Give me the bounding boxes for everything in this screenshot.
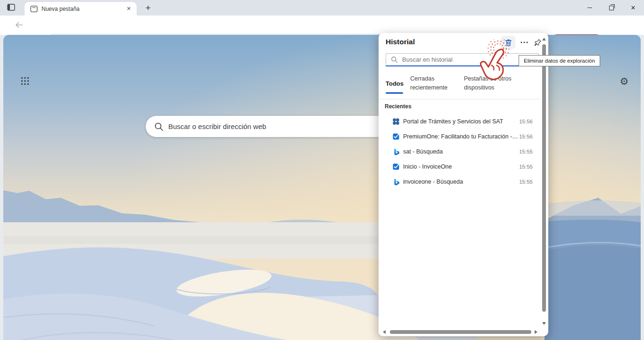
bing-icon <box>392 178 400 186</box>
history-tabs: Todos Cerradas recientemente Pestañas de… <box>386 73 537 97</box>
history-item-title: PremiumOne: Facilitando tu Facturación -… <box>403 133 519 140</box>
new-tab-page-icon <box>30 5 38 13</box>
panel-title: Historial <box>386 38 415 46</box>
history-item-time: 15:56 <box>519 134 533 139</box>
delete-history-button[interactable] <box>501 36 515 49</box>
section-label: Recientes <box>385 103 412 110</box>
vertical-scrollbar[interactable] <box>541 34 547 329</box>
history-search-input[interactable]: Buscar en historial <box>386 53 539 66</box>
page-search-placeholder: Buscar o escribir dirección web <box>168 122 266 130</box>
tab-pestanas-otros-dispositivos[interactable]: Pestañas de otros dispositivos <box>464 73 525 97</box>
toolbar: Buscar o escribir dirección web A <box>0 16 644 35</box>
grid-dots-glyph <box>20 76 30 86</box>
history-search-placeholder: Buscar en historial <box>402 56 453 63</box>
history-item-time: 15:55 <box>519 149 533 154</box>
history-item-title: invoiceone - Búsqueda <box>403 178 463 185</box>
scroll-left-arrow[interactable] <box>383 330 386 334</box>
minimize-button[interactable] <box>579 0 601 16</box>
checkbox-icon <box>392 133 400 140</box>
history-item-time: 15:56 <box>519 119 533 124</box>
browser-window: Nueva pestaña ✕ + ✕ <box>0 0 644 340</box>
scroll-down-arrow[interactable] <box>542 322 546 325</box>
history-item[interactable]: PremiumOne: Facilitando tu Facturación -… <box>379 129 541 144</box>
scroll-right-arrow[interactable] <box>535 330 537 334</box>
sat-grid-icon <box>392 118 400 125</box>
horizontal-scrollbar[interactable] <box>379 329 541 335</box>
close-window-button[interactable]: ✕ <box>622 0 644 16</box>
active-tab-underline <box>386 92 403 94</box>
history-item[interactable]: Portal de Trámites y Servicios del SAT 1… <box>379 114 541 129</box>
new-tab-button[interactable]: + <box>141 2 155 14</box>
title-bar: Nueva pestaña ✕ + ✕ <box>0 0 644 16</box>
tab-todos[interactable]: Todos <box>386 73 410 97</box>
restore-icon <box>609 6 614 10</box>
window-controls: ✕ <box>579 0 644 16</box>
history-item[interactable]: Inicio - InvoiceOne 15:55 <box>379 159 541 174</box>
history-panel: Historial Buscar en historial <box>379 33 548 336</box>
history-list: Portal de Trámites y Servicios del SAT 1… <box>379 114 541 189</box>
history-item[interactable]: sat - Búsqueda 15:55 <box>379 144 541 159</box>
tab-close-icon[interactable]: ✕ <box>124 5 133 13</box>
back-button[interactable] <box>12 18 25 32</box>
browser-tab[interactable]: Nueva pestaña ✕ <box>25 2 137 16</box>
tooltip: Eliminar datos de exploración <box>519 55 600 66</box>
vertical-scrollbar-thumb[interactable] <box>542 44 546 312</box>
trash-icon <box>504 39 512 47</box>
search-icon <box>154 122 164 131</box>
app-launcher-icon[interactable] <box>19 76 31 87</box>
divider <box>379 99 541 99</box>
workspaces-icon[interactable] <box>6 3 17 13</box>
page-settings-gear-icon[interactable]: ⚙ <box>618 75 631 88</box>
history-item-title: Portal de Trámites y Servicios del SAT <box>403 118 503 125</box>
tab-cerradas-recientemente[interactable]: Cerradas recientemente <box>410 73 464 97</box>
restore-button[interactable] <box>601 0 622 16</box>
ellipsis-icon <box>520 41 528 43</box>
tab-label: Todos <box>386 80 404 87</box>
horizontal-scrollbar-thumb[interactable] <box>390 330 531 334</box>
search-icon <box>391 56 398 63</box>
history-item-title: Inicio - InvoiceOne <box>403 163 452 170</box>
tab-title: Nueva pestaña <box>41 6 124 12</box>
history-item[interactable]: invoiceone - Búsqueda 15:55 <box>379 174 541 189</box>
history-item-time: 15:55 <box>519 179 533 185</box>
history-item-time: 15:55 <box>519 164 533 170</box>
workspaces-glyph <box>7 4 16 11</box>
minimize-icon <box>587 8 592 8</box>
back-arrow-icon <box>14 20 24 30</box>
panel-more-options-button[interactable] <box>517 36 531 49</box>
history-item-title: sat - Búsqueda <box>403 148 443 155</box>
scroll-up-arrow[interactable] <box>542 38 546 40</box>
bing-icon <box>392 148 400 155</box>
checkbox-icon <box>392 163 400 170</box>
